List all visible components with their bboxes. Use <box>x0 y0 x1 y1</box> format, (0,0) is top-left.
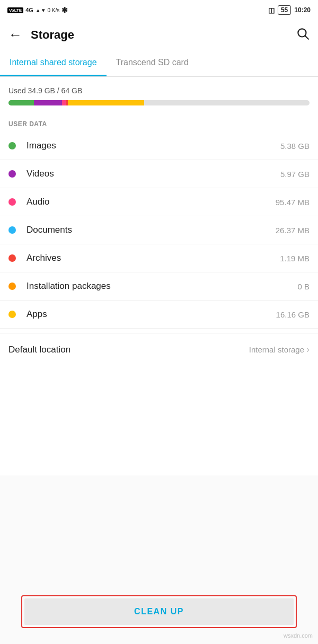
list-item-apps[interactable]: Apps 16.16 GB <box>0 301 318 329</box>
main-content: USER DATA Images 5.38 GB Videos 5.97 GB … <box>0 111 318 475</box>
item-label-documents: Documents <box>26 225 276 235</box>
item-size-installation: 0 B <box>297 282 310 291</box>
cleanup-btn-wrapper: CLEAN UP <box>21 595 297 628</box>
dot-audio <box>8 198 16 206</box>
dot-images <box>8 142 16 149</box>
storage-info: Used 34.9 GB / 64 GB <box>0 77 318 111</box>
bluetooth-icon: ✱ <box>61 6 68 14</box>
item-size-videos: 5.97 GB <box>280 170 310 179</box>
watermark: wsxdn.com <box>284 632 313 639</box>
cleanup-button[interactable]: CLEAN UP <box>24 598 294 625</box>
status-bar: VoLTE 4G ▲▼ 0 K/s ✱ ◫ 55 10:20 <box>0 0 318 19</box>
dot-videos <box>8 170 16 178</box>
item-size-apps: 16.16 GB <box>276 310 310 319</box>
item-size-images: 5.38 GB <box>280 142 310 151</box>
list-item-archives[interactable]: Archives 1.19 MB <box>0 244 318 272</box>
bar-apps <box>68 100 144 105</box>
svg-line-1 <box>305 36 308 39</box>
dot-apps <box>8 311 16 318</box>
item-label-installation: Installation packages <box>26 281 297 292</box>
user-data-section-header: USER DATA <box>0 111 318 132</box>
data-speed: ▲▼ 0 K/s <box>36 7 59 13</box>
bar-videos <box>34 100 62 105</box>
status-bar-right: ◫ 55 10:20 <box>268 5 311 15</box>
item-label-apps: Apps <box>26 309 276 320</box>
item-size-documents: 26.37 MB <box>276 226 310 235</box>
bar-audio <box>62 100 67 105</box>
dot-archives <box>8 254 16 262</box>
item-label-archives: Archives <box>26 253 280 263</box>
storage-used-label: Used 34.9 GB / 64 GB <box>8 86 310 95</box>
cleanup-area: CLEAN UP <box>0 585 318 644</box>
list-item-audio[interactable]: Audio 95.47 MB <box>0 188 318 216</box>
item-size-archives: 1.19 MB <box>280 254 310 263</box>
status-bar-left: VoLTE 4G ▲▼ 0 K/s ✱ <box>7 6 68 14</box>
default-location[interactable]: Default location Internal storage › <box>0 333 318 366</box>
spacer <box>0 475 318 585</box>
clock: 10:20 <box>294 6 311 14</box>
tab-internal-storage[interactable]: Internal shared storage <box>0 50 107 76</box>
tabs-container: Internal shared storage Transcend SD car… <box>0 50 318 77</box>
tab-sd-card[interactable]: Transcend SD card <box>107 50 198 76</box>
storage-bar <box>8 100 310 105</box>
header: ← Storage <box>0 19 318 50</box>
bar-images <box>8 100 34 105</box>
volte-badge: VoLTE <box>7 7 23 13</box>
list-item-images[interactable]: Images 5.38 GB <box>0 132 318 160</box>
battery-indicator: 55 <box>278 5 291 15</box>
page-wrapper: VoLTE 4G ▲▼ 0 K/s ✱ ◫ 55 10:20 ← Storage <box>0 0 318 644</box>
page-title: Storage <box>31 28 74 42</box>
sim-icon: ◫ <box>268 6 275 14</box>
default-location-label: Default location <box>8 345 70 355</box>
list-item-installation[interactable]: Installation packages 0 B <box>0 272 318 301</box>
list-item-videos[interactable]: Videos 5.97 GB <box>0 160 318 188</box>
item-label-videos: Videos <box>26 169 280 179</box>
dot-documents <box>8 226 16 234</box>
search-icon[interactable] <box>296 27 310 43</box>
default-location-value: Internal storage › <box>249 344 310 355</box>
item-label-images: Images <box>26 140 280 151</box>
list-item-documents[interactable]: Documents 26.37 MB <box>0 216 318 244</box>
item-label-audio: Audio <box>26 197 276 207</box>
header-left: ← Storage <box>4 24 74 45</box>
dot-installation <box>8 283 16 290</box>
item-size-audio: 95.47 MB <box>276 198 310 207</box>
back-button[interactable]: ← <box>4 24 26 45</box>
network-type: 4G <box>25 7 33 13</box>
chevron-right-icon: › <box>306 344 310 355</box>
